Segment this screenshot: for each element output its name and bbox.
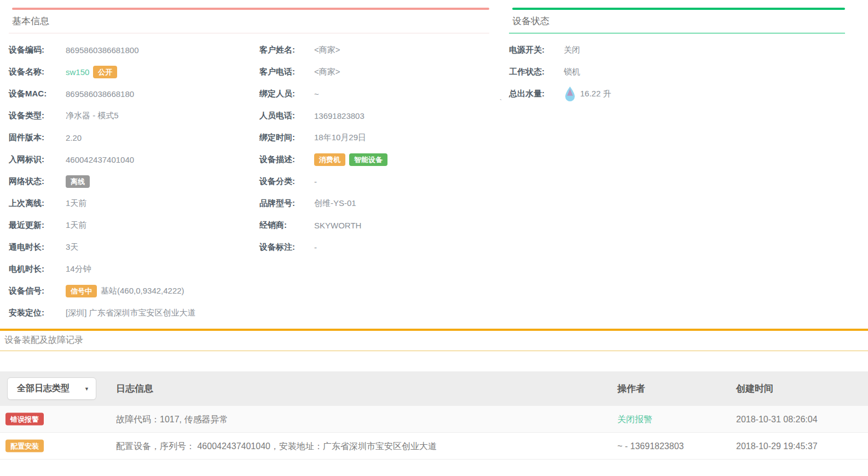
- field-value: 16.22 升: [564, 86, 611, 102]
- status-badge: 公开: [93, 66, 117, 78]
- log-type-badge: 错误报警: [5, 413, 44, 426]
- field-value: 消费机智能设备: [314, 153, 387, 166]
- field-row: 网络状态:离线: [9, 170, 259, 192]
- field-row: 绑定人员:~: [259, 83, 489, 105]
- field-value-text: 869586038668180: [66, 89, 134, 99]
- basic-info-middle-column: 客户姓名:<商家>客户电话:<商家>绑定人员:~人员电话:13691823803…: [259, 39, 489, 324]
- column-header-log: 日志信息: [116, 371, 153, 406]
- device-status-title: 设备状态: [509, 10, 845, 33]
- field-label: 绑定人员:: [259, 89, 314, 99]
- field-label: 客户姓名:: [259, 45, 314, 55]
- field-value: 净水器 - 模式5: [66, 111, 119, 121]
- table-row: 配置安装配置设备，序列号： 460042437401040，安装地址：广东省深圳…: [0, 433, 868, 460]
- field-value: 8695860386681800: [66, 45, 138, 55]
- field-label: 网络状态:: [9, 176, 66, 187]
- field-row: 电机时长:14分钟: [9, 258, 259, 280]
- field-label: 安装定位:: [9, 308, 66, 318]
- field-row: 入网标识:460042437401040: [9, 148, 259, 170]
- field-label: 品牌型号:: [259, 198, 314, 209]
- field-value: 460042437401040: [66, 155, 134, 164]
- section-divider-bottom: [0, 351, 868, 351]
- field-value-text: SKYWORTH: [314, 221, 361, 230]
- field-row: 客户姓名:<商家>: [259, 39, 489, 61]
- log-message-cell: 故障代码：1017, 传感器异常: [116, 406, 228, 433]
- field-label: 最近更新:: [9, 220, 66, 231]
- field-label: 入网标识:: [9, 154, 66, 165]
- device-status-column: 电源开关:关闭工作状态:锁机总出水量:16.22 升: [509, 39, 845, 105]
- field-row: 工作状态:锁机: [509, 61, 845, 83]
- log-type-select-value: 全部日志类型: [17, 383, 70, 394]
- log-message-cell: 配置设备，序列号： 460042437401040，安装地址：广东省深圳市宝安区…: [116, 433, 437, 460]
- status-badge: 消费机: [314, 153, 345, 166]
- field-label: 总出水量:: [509, 89, 564, 99]
- log-type-badge: 配置安装: [5, 440, 44, 452]
- log-table-header: 全部日志类型 ▼ 日志信息 操作者 创建时间: [0, 371, 868, 406]
- device-name-link[interactable]: sw150: [66, 67, 89, 77]
- field-value-text: 1天前: [66, 220, 86, 231]
- field-row: 总出水量:16.22 升: [509, 83, 845, 105]
- basic-info-left-column: 设备编码:8695860386681800设备名称:sw150公开设备MAC:8…: [9, 39, 259, 324]
- log-type-select[interactable]: 全部日志类型 ▼: [7, 377, 96, 400]
- basic-info-title: 基本信息: [9, 10, 489, 33]
- field-value: SKYWORTH: [314, 221, 361, 230]
- stray-mark: `: [500, 99, 502, 106]
- field-value-text: -: [314, 177, 317, 186]
- field-label: 设备名称:: [9, 67, 66, 77]
- field-label: 工作状态:: [509, 67, 564, 77]
- field-value-text: 14分钟: [66, 264, 91, 274]
- close-alarm-link[interactable]: 关闭报警: [617, 415, 652, 424]
- field-value: -: [314, 243, 317, 252]
- field-row: 设备标注:-: [259, 236, 489, 258]
- column-header-created: 创建时间: [736, 371, 773, 406]
- section-divider-top: [0, 329, 868, 331]
- device-status-panel: 设备状态 电源开关:关闭工作状态:锁机总出水量:16.22 升: [509, 8, 845, 105]
- field-row: 设备描述:消费机智能设备: [259, 148, 489, 170]
- field-row: 设备分类:-: [259, 170, 489, 192]
- field-row: 电源开关:关闭: [509, 39, 845, 61]
- field-label: 通电时长:: [9, 242, 66, 253]
- field-value-text: 锁机: [564, 67, 580, 77]
- basic-info-panel: 基本信息 设备编码:8695860386681800设备名称:sw150公开设备…: [9, 8, 489, 324]
- field-row: 设备类型:净水器 - 模式5: [9, 105, 259, 127]
- table-row: 错误报警故障代码：1017, 传感器异常关闭报警2018-10-31 08:26…: [0, 406, 868, 433]
- operator-text: ~ - 13691823803: [617, 441, 684, 451]
- field-value-text: ~: [314, 89, 319, 99]
- created-time-cell: 2018-10-31 08:26:04: [736, 406, 818, 433]
- field-value-text: [深圳] 广东省深圳市宝安区创业大道: [66, 308, 196, 318]
- log-section-title: 设备装配及故障记录: [4, 335, 83, 346]
- field-label: 设备类型:: [9, 111, 66, 121]
- field-value-text: <商家>: [314, 67, 340, 77]
- field-row: 固件版本:2.20: [9, 127, 259, 148]
- field-row: 品牌型号:创维-YS-01: [259, 192, 489, 214]
- chevron-down-icon: ▼: [84, 386, 89, 392]
- field-label: 电源开关:: [509, 45, 564, 55]
- field-value-text: 18年10月29日: [314, 133, 366, 143]
- field-value-text: 2.20: [66, 133, 82, 142]
- field-value-text: 创维-YS-01: [314, 198, 356, 209]
- status-badge: 信号中: [66, 285, 97, 297]
- operator-cell: ~ - 13691823803: [617, 433, 684, 460]
- status-badge: 智能设备: [349, 153, 387, 166]
- field-value: 18年10月29日: [314, 133, 366, 143]
- field-value-text: 16.22 升: [580, 89, 611, 99]
- field-value: 869586038668180: [66, 89, 134, 99]
- field-value-text: 8695860386681800: [66, 45, 138, 55]
- field-label: 人员电话:: [259, 111, 314, 121]
- field-label: 绑定时间:: [259, 133, 314, 143]
- field-value-text: 460042437401040: [66, 155, 134, 164]
- field-label: 设备信号:: [9, 286, 66, 296]
- field-label: 经销商:: [259, 220, 314, 231]
- field-value: 创维-YS-01: [314, 198, 356, 209]
- field-value: ~: [314, 89, 319, 99]
- field-value: 关闭: [564, 45, 580, 55]
- field-value: 13691823803: [314, 111, 364, 121]
- column-header-operator: 操作者: [617, 371, 645, 406]
- field-value: <商家>: [314, 45, 340, 55]
- status-badge: 配置安装: [5, 440, 44, 452]
- status-badge: 离线: [66, 175, 90, 188]
- field-value-text: 基站(460,0,9342,4222): [101, 286, 184, 296]
- field-row: 安装定位:[深圳] 广东省深圳市宝安区创业大道: [9, 302, 259, 324]
- field-label: 电机时长:: [9, 264, 66, 274]
- field-label: 设备分类:: [259, 176, 314, 187]
- field-row: 最近更新:1天前: [9, 214, 259, 236]
